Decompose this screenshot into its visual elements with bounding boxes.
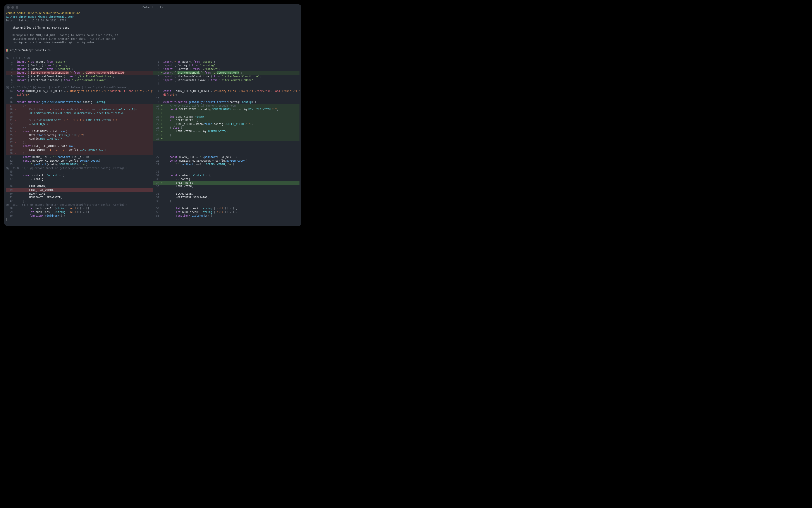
- hunk-header: @@ -58,7 +54,7 @@ export function getSid…: [6, 203, 300, 207]
- titlebar: Default (git): [4, 4, 301, 10]
- close-icon[interactable]: [7, 6, 10, 9]
- commit-title: Show unified diffs on narrow screens: [6, 26, 300, 30]
- author-label: Author:: [6, 15, 17, 18]
- file-path: src/iterSideBySideDiffs.ts: [10, 48, 51, 52]
- code-line: 3 import { Context } from './context';: [6, 67, 153, 71]
- diff-table: 1 import * as assert from 'assert'; 1 im…: [6, 60, 300, 86]
- window-title: Default (git): [4, 6, 301, 9]
- zoom-icon[interactable]: [16, 6, 18, 9]
- diff-table: 58 let hunkLinesA: (string | null)[] = […: [6, 207, 300, 217]
- terminal-content[interactable]: commit 5a00d16095a255b57c762289fa434e180…: [4, 10, 301, 226]
- author-line: Author: Shrey Banga <banga.shrey@gmail.c…: [6, 15, 300, 19]
- diff-row: 3 import { Context } from './context'; 3…: [6, 67, 300, 71]
- diff-row: 7 7: [6, 82, 300, 86]
- diff-row: 4-import { iterFormatHunkSideBySide } fr…: [6, 71, 300, 75]
- author-value: Shrey Banga <banga.shrey@gmail.com>: [19, 15, 74, 18]
- hunk-header: @@ -35,8 +31,8 @@ export function getSid…: [6, 166, 300, 170]
- cursor-line: [6, 218, 300, 221]
- hunk-header: @@ -14,20 +14,16 @@ import { iterFormatF…: [6, 86, 300, 89]
- line-number: 1: [153, 60, 160, 64]
- date-line: Date: Sat Apr 17 20:20:56 2021 -0700: [6, 19, 300, 23]
- diff-badge-icon: [6, 49, 8, 51]
- diff-row: 2 import { Config } from './config'; 2 i…: [6, 64, 300, 67]
- code-line: 2 import { Config } from './config';: [153, 64, 300, 67]
- code-line: 1 import * as assert from 'assert';: [6, 60, 153, 64]
- line-number: 1: [6, 60, 13, 64]
- date-label: Date:: [6, 19, 14, 22]
- diff-table: 14 const BINARY_FILES_DIFF_REGEX = /^Bin…: [6, 89, 300, 166]
- code-line: 3 import { Context } from './context';: [153, 67, 300, 71]
- commit-body-text: Repurposes the MIN_LINE_WIDTH config to …: [12, 34, 118, 37]
- commit-body-1: Repurposes the MIN_LINE_WIDTH config to …: [6, 33, 300, 37]
- code-line-added: 4+import { iterFormatHunk } from './iter…: [153, 71, 300, 75]
- terminal-window: Default (git) commit 5a00d16095a255b57c7…: [4, 4, 301, 226]
- diff-row: 1 import * as assert from 'assert'; 1 im…: [6, 60, 300, 64]
- date-value: Sat Apr 17 20:20:56 2021 -0700: [19, 19, 66, 22]
- commit-body-2: splitting would create lines shorter tha…: [6, 37, 300, 41]
- minimize-icon[interactable]: [11, 6, 14, 9]
- commit-hash: 5a00d16095a255b57c762289fa434e18088b956b: [17, 11, 80, 15]
- hunk-header: @@ -1,7 +1,7 @@: [6, 56, 300, 60]
- code-line: 2 import { Config } from './config';: [6, 64, 153, 67]
- code-line-deleted: 4-import { iterFormatHunkSideBySide } fr…: [6, 71, 153, 75]
- code-line: 1 import * as assert from 'assert';: [153, 60, 300, 64]
- diff-table: 35 31 36 const context: Context = { 32 c…: [6, 170, 300, 203]
- commit-label: commit: [6, 11, 15, 15]
- commit-body-text: splitting would create lines shorter tha…: [12, 37, 115, 40]
- traffic-lights: [7, 6, 18, 9]
- commit-line: commit 5a00d16095a255b57c762289fa434e180…: [6, 11, 300, 15]
- commit-body-text: configured via the `min-line-width` git …: [12, 41, 96, 44]
- divider: [6, 46, 300, 46]
- file-header: src/iterSideBySideDiffs.ts: [6, 48, 300, 53]
- commit-title-text: Show unified diffs on narrow screens: [12, 26, 69, 29]
- commit-body-3: configured via the `min-line-width` git …: [6, 41, 300, 44]
- diff-row: 5 import { iterFormatCommitLine } from '…: [6, 75, 300, 78]
- diff-row: 6 import { iterFormatFileName } from './…: [6, 78, 300, 82]
